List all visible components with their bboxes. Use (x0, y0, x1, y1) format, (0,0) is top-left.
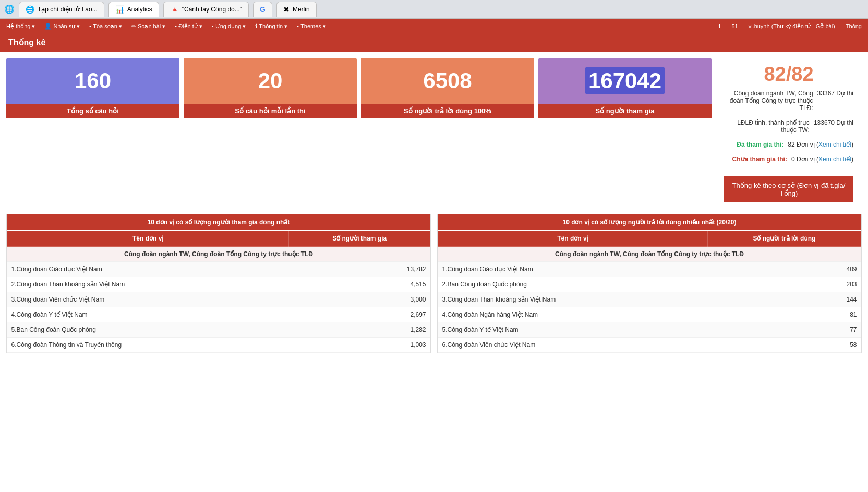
table-row: 3.Công đoàn Viên chức Việt Nam 3,000 (7, 292, 430, 307)
table2-row4-name: 4.Công đoàn Ngân hàng Việt Nam (438, 307, 708, 322)
right-stat-row-ldld: LĐLĐ tỉnh, thành phố trực thuộc TW: 1336… (724, 119, 853, 134)
toolbar-toa-soan[interactable]: ▪ Tòa soạn ▾ (85, 22, 126, 31)
thong-label: Thông (846, 23, 862, 29)
table-row: 1.Công đoàn Giáo dục Việt Nam 409 (438, 262, 861, 277)
stat-questions-per-test-number: 20 (184, 58, 357, 104)
tab-analytics[interactable]: 📊 Analytics (108, 2, 159, 17)
toolbar-soan-bai-label: Soạn bài (138, 23, 161, 30)
toolbar-soan-bai[interactable]: ✏ Soạn bài ▾ (127, 22, 170, 31)
right-stat-value-da-tham-gia: 82 Đơn vị (Xem chi tiết) (788, 141, 853, 148)
notif2-label: 51 (731, 23, 738, 29)
table1-row2-value: 4,515 (289, 277, 430, 292)
table-row: 6.Công đoàn Viên chức Việt Nam 58 (438, 338, 861, 353)
toolbar-soan-bai-icon: ✏ (131, 23, 136, 30)
right-stats-panel: 82/82 Công đoàn ngành TW, Công đoàn Tổng… (716, 58, 862, 208)
stat-participants-label: Số người tham gia (538, 104, 712, 118)
xem-chi-tiet-da-link[interactable]: Xem chi tiết (818, 141, 851, 148)
table1-category: Công đoàn ngành TW, Công đoàn Tổng Công … (7, 247, 430, 262)
table2-row3-name: 3.Công đoàn Than khoáng sản Việt Nam (438, 292, 708, 307)
stat-participants-highlight: 167042 (585, 67, 665, 94)
table2: Tên đơn vị Số người trả lời đúng Công đo… (438, 230, 861, 353)
stat-correct-100-number: 6508 (361, 58, 534, 104)
table2-row3-value: 144 (707, 292, 861, 307)
tab-analytics-icon: 📊 (115, 5, 124, 14)
toolbar-themes[interactable]: ▪ Themes ▾ (293, 22, 330, 31)
right-stat-label-ldld: LĐLĐ tỉnh, thành phố trực thuộc TW: (724, 119, 810, 134)
toolbar-themes-icon: ▪ (297, 23, 299, 29)
toolbar-notif1[interactable]: 1 (714, 22, 725, 30)
stat-total-questions-label: Tổng số câu hỏi (6, 104, 179, 118)
summary-button[interactable]: Thống kê theo cơ sở (Đơn vị đã t.gia/ Tổ… (724, 176, 853, 202)
tab-google[interactable]: G (253, 2, 272, 17)
table2-row6-value: 58 (707, 338, 861, 353)
right-stat-value-cong-doan: 33367 Dự thi (817, 90, 853, 97)
table2-row6-name: 6.Công đoàn Viên chức Việt Nam (438, 338, 708, 353)
stat-questions-per-test-label: Số câu hỏi mỗi lần thi (184, 104, 357, 118)
table1-row2-name: 2.Công đoàn Than khoáng sản Việt Nam (7, 277, 289, 292)
right-stat-label-cong-doan: Công đoàn ngành TW, Công đoàn Tổng Công … (724, 90, 813, 112)
toolbar-toa-soan-icon: ▪ (89, 23, 91, 29)
toolbar-dien-tu-label: Điện tử (178, 23, 198, 30)
right-stat-label-chua-tham-gia: Chưa tham gia thi: (724, 155, 787, 163)
right-stats-inner: 82/82 Công đoàn ngành TW, Công đoàn Tổng… (716, 58, 862, 208)
toolbar-right: 1 51 vi.huynh (Thư ký điện tử - Gỡ bài) … (714, 22, 866, 31)
stat-card-participants: 167042 Số người tham gia (538, 58, 712, 208)
right-stat-row-chua-tham-gia: Chưa tham gia thi: 0 Đơn vị (Xem chi tiế… (724, 155, 853, 163)
tab-lao-dong[interactable]: 🌐 Tạp chí điện tử Lao... (19, 2, 104, 17)
table1-row1-value: 13,782 (289, 262, 430, 277)
stat-correct-100-label: Số người trả lời đúng 100% (361, 104, 534, 118)
xem-chi-tiet-chua-link[interactable]: Xem chi tiết (818, 155, 851, 163)
tab-analytics-label: Analytics (127, 6, 152, 13)
table-row: 3.Công đoàn Than khoáng sản Việt Nam 144 (438, 292, 861, 307)
table1-row1-name: 1.Công đoàn Giáo dục Việt Nam (7, 262, 289, 277)
toolbar-ung-dung-label: Ứng dụng (215, 23, 242, 30)
table1-row3-value: 3,000 (289, 292, 430, 307)
toolbar-he-thong[interactable]: Hệ thống ▾ (2, 22, 39, 31)
table1-title: 10 đơn vị có số lượng người tham gia đôn… (7, 214, 430, 230)
toolbar-nhan-su-arrow: ▾ (77, 23, 80, 30)
table2-row4-value: 81 (707, 307, 861, 322)
toolbar-user[interactable]: vi.huynh (Thư ký điện tử - Gỡ bài) (744, 22, 839, 31)
table2-title: 10 đơn vị có số lượng người trả lời đúng… (438, 214, 861, 230)
toolbar-thong-tin[interactable]: ℹ Thông tin ▾ (251, 22, 292, 31)
toolbar-nhan-su[interactable]: 👤 Nhân sự ▾ (40, 22, 84, 31)
right-stat-row-cong-doan: Công đoàn ngành TW, Công đoàn Tổng Công … (724, 90, 853, 112)
tab-canh-tay-label: "Cánh tay Công do..." (182, 6, 242, 13)
stat-card-correct-100: 6508 Số người trả lời đúng 100% (361, 58, 534, 208)
table2-row1-value: 409 (707, 262, 861, 277)
browser-chrome: 🌐 🌐 Tạp chí điện tử Lao... 📊 Analytics 🔺… (0, 0, 868, 19)
toolbar-notif2[interactable]: 51 (727, 22, 742, 30)
toolbar-thong[interactable]: Thông (841, 22, 866, 30)
section-header: Thống kê (0, 33, 868, 52)
table2-container: 10 đơn vị có số lượng người trả lời đúng… (437, 214, 862, 353)
table1: Tên đơn vị Số người tham gia Công đoàn n… (7, 230, 430, 353)
tab-google-icon: G (260, 5, 266, 14)
toolbar-dien-tu-icon: ▪ (175, 23, 177, 29)
notif1-label: 1 (718, 23, 721, 29)
table2-col2-header: Số người trả lời đúng (707, 231, 861, 247)
table2-category-row: Công đoàn ngành TW, Công đoàn Tổng Công … (438, 247, 861, 262)
toolbar-themes-label: Themes (300, 23, 321, 29)
table-row: 2.Công đoàn Than khoáng sản Việt Nam 4,5… (7, 277, 430, 292)
toolbar-ung-dung[interactable]: ▪ Ứng dụng ▾ (208, 22, 250, 31)
table1-row4-name: 4.Công đoàn Y tế Việt Nam (7, 307, 289, 322)
table1-col2-header: Số người tham gia (289, 231, 430, 247)
table1-container: 10 đơn vị có số lượng người tham gia đôn… (6, 214, 431, 353)
stat-participants-number: 167042 (538, 58, 712, 104)
tab-canh-tay[interactable]: 🔺 "Cánh tay Công do..." (163, 2, 249, 17)
toolbar-dien-tu[interactable]: ▪ Điện tử ▾ (171, 22, 207, 31)
table-row: 5.Công đoàn Y tế Việt Nam 77 (438, 322, 861, 338)
table1-row5-value: 1,282 (289, 322, 430, 338)
table-row: 1.Công đoàn Giáo dục Việt Nam 13,782 (7, 262, 430, 277)
ratio-display: 82/82 (724, 63, 853, 86)
table1-row5-name: 5.Ban Công đoàn Quốc phòng (7, 322, 289, 338)
tab-lao-dong-label: Tạp chí điện tử Lao... (38, 6, 98, 13)
table-row: 5.Ban Công đoàn Quốc phòng 1,282 (7, 322, 430, 338)
tab-merlin[interactable]: ✖ Merlin (276, 2, 317, 17)
stat-total-questions-number: 160 (6, 58, 179, 104)
tab-lao-dong-icon: 🌐 (26, 5, 34, 14)
stat-card-questions-per-test: 20 Số câu hỏi mỗi lần thi (184, 58, 357, 208)
tab-canh-tay-icon: 🔺 (170, 5, 179, 14)
table1-row6-value: 1,003 (289, 338, 430, 353)
toolbar-nhan-su-label: Nhân sự (53, 23, 75, 30)
